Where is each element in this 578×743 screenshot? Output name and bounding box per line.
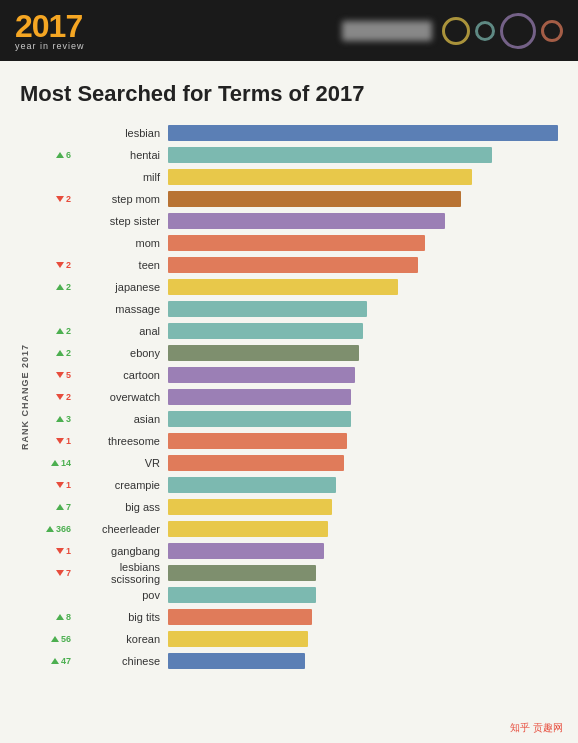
bar-row: overwatch <box>78 386 558 407</box>
bar-label: pov <box>78 589 168 601</box>
circle-4 <box>541 20 563 42</box>
bar <box>168 257 418 273</box>
bar <box>168 609 312 625</box>
bar <box>168 125 558 141</box>
rank-empty: - <box>68 238 71 248</box>
up-arrow <box>56 416 64 422</box>
decorative-circles <box>442 13 563 49</box>
bar-container <box>168 609 558 625</box>
rank-item: 1 <box>35 540 75 562</box>
bar-label: threesome <box>78 435 168 447</box>
bar-row: anal <box>78 320 558 341</box>
bar-row: korean <box>78 628 558 649</box>
rank-item: 1 <box>35 430 75 452</box>
rank-number: 14 <box>61 458 71 468</box>
bar-row: mom <box>78 232 558 253</box>
bar-label: asian <box>78 413 168 425</box>
rank-item: 2 <box>35 320 75 342</box>
logo: 2017 year in review <box>15 10 85 51</box>
bars-section: lesbianhentaimilfstep momstep sistermomt… <box>78 122 558 672</box>
bar-row: VR <box>78 452 558 473</box>
bar-row: cartoon <box>78 364 558 385</box>
bar <box>168 235 425 251</box>
up-arrow <box>51 658 59 664</box>
bar-container <box>168 147 558 163</box>
bar-label: chinese <box>78 655 168 667</box>
rank-number: 3 <box>66 414 71 424</box>
bar-label: teen <box>78 259 168 271</box>
rank-empty: - <box>68 216 71 226</box>
bar <box>168 587 316 603</box>
bar-row: massage <box>78 298 558 319</box>
rank-number: 1 <box>66 546 71 556</box>
circle-1 <box>442 17 470 45</box>
down-arrow <box>56 570 64 576</box>
bar-label: step mom <box>78 193 168 205</box>
main-content: Most Searched for Terms of 2017 RANK CHA… <box>0 61 578 687</box>
bar-row: pov <box>78 584 558 605</box>
header: 2017 year in review <box>0 0 578 61</box>
rank-number: 5 <box>66 370 71 380</box>
bar-container <box>168 367 558 383</box>
bar-label: lesbian <box>78 127 168 139</box>
bar <box>168 345 359 361</box>
bar-label: massage <box>78 303 168 315</box>
header-right <box>342 13 563 49</box>
up-arrow <box>56 504 64 510</box>
bar-row: asian <box>78 408 558 429</box>
bar-row: big tits <box>78 606 558 627</box>
year-label: 2017 <box>15 10 85 42</box>
bar-label: big ass <box>78 501 168 513</box>
blurred-logo <box>342 21 432 41</box>
up-arrow <box>56 614 64 620</box>
down-arrow <box>56 482 64 488</box>
rank-item: - <box>35 298 75 320</box>
up-arrow <box>56 284 64 290</box>
rank-item: 6 <box>35 144 75 166</box>
bar-container <box>168 499 558 515</box>
rank-number: 6 <box>66 150 71 160</box>
bar-container <box>168 301 558 317</box>
bar-label: overwatch <box>78 391 168 403</box>
down-arrow <box>56 262 64 268</box>
rank-number: 47 <box>61 656 71 666</box>
rank-number: 7 <box>66 502 71 512</box>
bar-label: milf <box>78 171 168 183</box>
bar <box>168 213 445 229</box>
rank-item: 47 <box>35 650 75 672</box>
bar-container <box>168 279 558 295</box>
bar <box>168 169 472 185</box>
bar <box>168 367 355 383</box>
bar-container <box>168 411 558 427</box>
down-arrow <box>56 394 64 400</box>
bar-row: creampie <box>78 474 558 495</box>
bar-container <box>168 565 558 581</box>
rank-item: 2 <box>35 386 75 408</box>
rank-item: 2 <box>35 254 75 276</box>
rank-item: - <box>35 584 75 606</box>
rank-item: 56 <box>35 628 75 650</box>
bar-row: threesome <box>78 430 558 451</box>
year-sub: year in review <box>15 42 85 51</box>
rank-number: 2 <box>66 392 71 402</box>
bar <box>168 411 351 427</box>
rank-item: 5 <box>35 364 75 386</box>
bar-label: creampie <box>78 479 168 491</box>
rank-item: 366 <box>35 518 75 540</box>
rank-number: 2 <box>66 194 71 204</box>
y-axis-label: RANK CHANGE 2017 <box>20 334 30 460</box>
rank-item: - <box>35 122 75 144</box>
bar-container <box>168 169 558 185</box>
down-arrow <box>56 372 64 378</box>
bar <box>168 323 363 339</box>
bar <box>168 147 492 163</box>
bar-label: japanese <box>78 281 168 293</box>
bar <box>168 521 328 537</box>
rank-item: 14 <box>35 452 75 474</box>
up-arrow <box>51 460 59 466</box>
bar-label: lesbians scissoring <box>78 561 168 585</box>
bar-container <box>168 433 558 449</box>
rank-item: 7 <box>35 496 75 518</box>
rank-number: 2 <box>66 348 71 358</box>
rank-item: - <box>35 210 75 232</box>
